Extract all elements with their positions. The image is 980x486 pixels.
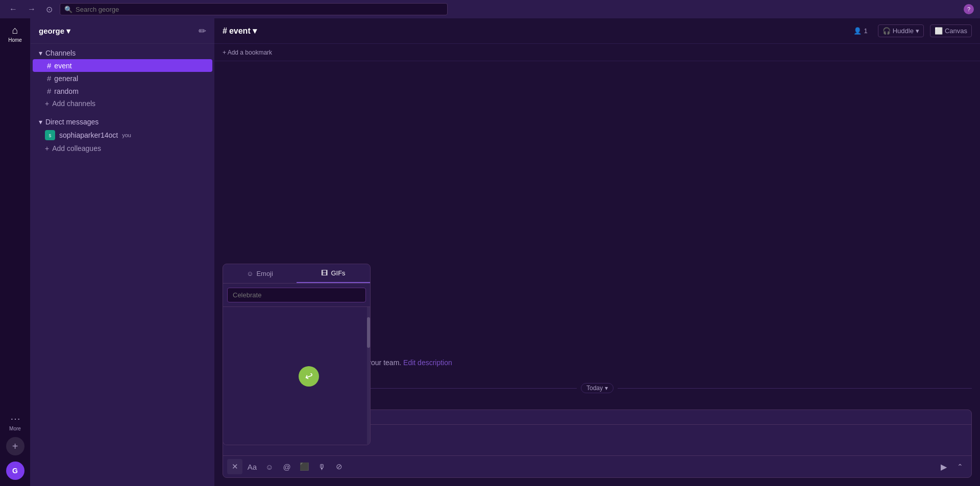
- huddle-icon: 🎧: [883, 27, 891, 35]
- close-x-icon: ✕: [232, 462, 238, 471]
- history-button[interactable]: ⊙: [43, 4, 56, 15]
- add-workspace-button[interactable]: +: [6, 437, 24, 455]
- search-icon: 🔍: [64, 6, 72, 13]
- gif-search-input[interactable]: Celebrate: [227, 288, 366, 302]
- dm-collapse-icon: ▾: [39, 118, 42, 126]
- search-input[interactable]: Search george: [76, 6, 443, 13]
- video-button[interactable]: ⬛: [297, 459, 312, 474]
- channels-section: ▾ Channels # event # general # random + …: [31, 44, 214, 113]
- gif-cell-9[interactable]: [321, 399, 368, 445]
- channel-item-event[interactable]: # event: [33, 59, 212, 72]
- channels-section-header[interactable]: ▾ Channels: [31, 47, 214, 59]
- new-message-button[interactable]: ✏: [199, 25, 206, 37]
- member-count[interactable]: 👤 1: [849, 25, 871, 37]
- audio-button[interactable]: 🎙: [314, 459, 329, 474]
- add-bookmark-button[interactable]: + Add a bookmark: [223, 49, 272, 56]
- gif-tab-icon: 🎞: [321, 269, 328, 277]
- workspace-avatar[interactable]: G: [6, 462, 24, 480]
- expand-button[interactable]: ⌃: [953, 459, 967, 474]
- channel-item-general[interactable]: # general: [33, 72, 212, 85]
- mention-button[interactable]: @: [279, 459, 295, 474]
- date-chevron-icon: ▾: [605, 385, 608, 392]
- gif-cell-1[interactable]: [225, 309, 272, 356]
- edit-description-link[interactable]: Edit description: [403, 359, 452, 367]
- back-button[interactable]: ←: [6, 4, 20, 15]
- date-label-text: Today: [586, 385, 603, 392]
- channel-name-event: event: [54, 62, 71, 70]
- more-label: More: [9, 426, 21, 431]
- canvas-icon: ⬜: [935, 27, 943, 35]
- gif-tab[interactable]: 🎞 GIFs: [297, 264, 370, 283]
- sidebar-item-more[interactable]: ⋯ More: [4, 411, 27, 433]
- sidebar-item-home[interactable]: ⌂ Home: [4, 22, 27, 45]
- channel-title-name: event: [229, 27, 251, 36]
- dm-avatar-sophia: s: [45, 130, 55, 140]
- channel-hash-icon: #: [47, 61, 51, 70]
- dm-item-sophia[interactable]: s sophiaparker14oct you: [31, 128, 214, 142]
- channel-title-hash: #: [223, 27, 227, 36]
- you-badge: you: [122, 132, 131, 138]
- emoji-button[interactable]: ☺: [262, 459, 277, 474]
- dm-section: ▾ Direct messages s sophiaparker14oct yo…: [31, 113, 214, 158]
- home-label: Home: [8, 37, 22, 43]
- home-icon: ⌂: [12, 24, 18, 36]
- channels-section-label: Channels: [45, 49, 76, 57]
- channel-hash-icon: #: [47, 87, 51, 95]
- channel-hash-icon: #: [47, 74, 51, 83]
- emoji-tab-label: Emoji: [256, 270, 273, 277]
- more-icon: ⋯: [10, 413, 20, 425]
- close-format-button[interactable]: ✕: [227, 459, 242, 474]
- notification-icon[interactable]: ?: [964, 4, 974, 14]
- add-channels-button[interactable]: + Add channels: [31, 97, 214, 110]
- workspace-name[interactable]: george ▾: [39, 27, 70, 36]
- workspace-name-text: george: [39, 27, 64, 35]
- channel-item-random[interactable]: # random: [33, 85, 212, 97]
- gif-cell-3[interactable]: [321, 309, 368, 356]
- sidebar: george ▾ ✏ ▾ Channels # event # general …: [31, 18, 214, 486]
- channel-header: # event ▾ 👤 1 🎧 Huddle ▾ ⬜ Canvas: [214, 18, 980, 44]
- forward-button[interactable]: →: [24, 4, 39, 15]
- gif-cell-7[interactable]: [225, 399, 272, 445]
- dm-section-label: Direct messages: [45, 118, 99, 126]
- canvas-button[interactable]: ⬜ Canvas: [930, 24, 972, 37]
- message-input-area: ☺ Emoji 🎞 GIFs Celebrate: [214, 410, 980, 486]
- workspace-dropdown-icon: ▾: [66, 27, 70, 36]
- add-colleagues-plus-icon: +: [45, 144, 49, 152]
- emoji-tab-icon: ☺: [247, 270, 253, 277]
- gif-tab-label: GIFs: [331, 269, 345, 277]
- add-colleagues-label: Add colleagues: [52, 144, 101, 152]
- picker-tabs: ☺ Emoji 🎞 GIFs: [223, 264, 370, 284]
- main-layout: ⌂ Home ⋯ More + G george ▾ ✏ ▾ Channels …: [0, 18, 980, 486]
- date-divider-line-right: [618, 388, 972, 389]
- dm-name-sophia: sophiaparker14oct: [59, 131, 118, 139]
- canvas-label: Canvas: [945, 27, 967, 35]
- send-button[interactable]: ▶: [937, 459, 951, 474]
- more-toolbar-button[interactable]: ⊘: [331, 459, 347, 474]
- add-colleagues-button[interactable]: + Add colleagues: [31, 142, 214, 155]
- gif-cell-2[interactable]: [273, 309, 320, 356]
- bookmark-bar: + Add a bookmark: [214, 44, 980, 61]
- top-right-area: ?: [964, 4, 974, 14]
- huddle-button[interactable]: 🎧 Huddle ▾: [878, 24, 924, 37]
- huddle-dropdown-icon: ▾: [916, 27, 919, 35]
- date-divider-label[interactable]: Today ▾: [581, 383, 614, 393]
- sidebar-header: george ▾ ✏: [31, 18, 214, 44]
- member-icon: 👤: [853, 27, 862, 35]
- gif-scrollbar[interactable]: [367, 307, 370, 445]
- channel-actions: 👤 1 🎧 Huddle ▾ ⬜ Canvas: [849, 24, 972, 37]
- channel-title-dropdown-icon: ▾: [253, 26, 257, 36]
- gif-cell-4[interactable]: [225, 354, 272, 401]
- gif-scrollbar-thumb: [367, 317, 370, 348]
- format-button[interactable]: Aa: [244, 459, 260, 474]
- main-content: # event ▾ 👤 1 🎧 Huddle ▾ ⬜ Canvas: [214, 18, 980, 486]
- gif-cell-6[interactable]: [321, 354, 368, 401]
- picker-search: Celebrate: [223, 284, 370, 307]
- gif-cell-5[interactable]: [273, 354, 320, 401]
- member-count-number: 1: [864, 27, 867, 35]
- emoji-tab[interactable]: ☺ Emoji: [223, 264, 297, 283]
- add-bookmark-label: + Add a bookmark: [223, 49, 272, 56]
- gif-cell-8[interactable]: [273, 399, 320, 445]
- search-bar[interactable]: 🔍 Search george: [60, 3, 448, 15]
- channel-title[interactable]: # event ▾: [223, 26, 257, 36]
- dm-section-header[interactable]: ▾ Direct messages: [31, 116, 214, 128]
